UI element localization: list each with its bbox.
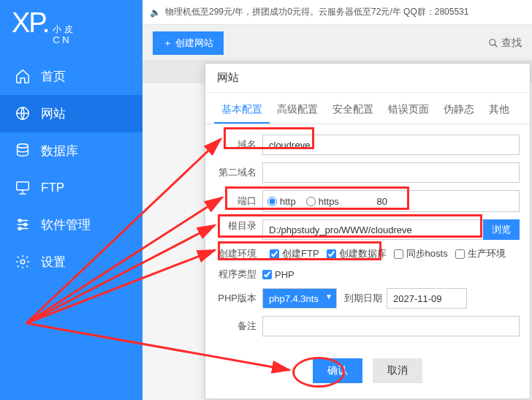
- radio-https[interactable]: https: [306, 196, 339, 207]
- check-ftp[interactable]: 创建FTP: [270, 247, 319, 260]
- logo-main: XP.: [12, 7, 48, 39]
- dialog-tabs: 基本配置 高级配置 安全配置 错误页面 伪静态 其他: [205, 93, 530, 124]
- tab-pseudo[interactable]: 伪静态: [436, 97, 482, 124]
- svg-point-1: [18, 144, 28, 148]
- svg-point-6: [20, 260, 25, 265]
- promo-text: 物理机低至299元/年，拼团成功0元得。云服务器低至72元/年 QQ群：2805…: [165, 6, 468, 18]
- create-website-label: 创建网站: [175, 37, 213, 50]
- row-rootdir: 根目录 浏览: [216, 219, 520, 240]
- create-website-button[interactable]: ＋ 创建网站: [153, 31, 224, 55]
- domain-input[interactable]: [262, 135, 520, 155]
- toolbar: ＋ 创建网站 查找: [142, 25, 532, 61]
- row-second-domain: 第二域名: [216, 162, 520, 183]
- row-program-type: 程序类型 PHP: [216, 268, 520, 281]
- label-rootdir: 根目录: [216, 219, 262, 240]
- sidebar-item-label: 数据库: [41, 143, 78, 159]
- check-prod[interactable]: 生产环境: [455, 247, 506, 260]
- browse-button[interactable]: 浏览: [483, 219, 520, 240]
- sidebar-item-settings[interactable]: 设置: [0, 244, 142, 281]
- remark-input[interactable]: [262, 316, 520, 336]
- check-hosts[interactable]: 同步hosts: [394, 247, 448, 260]
- port-box: http https: [262, 190, 520, 212]
- row-phpver: PHP版本 php7.4.3nts 到期日期: [216, 288, 520, 309]
- database-icon: [15, 143, 31, 159]
- sidebar-item-ftp[interactable]: FTP: [0, 170, 142, 206]
- expires-input[interactable]: [387, 288, 467, 309]
- label-remark: 备注: [216, 320, 262, 333]
- rootdir-input[interactable]: [262, 219, 483, 240]
- label-program-type: 程序类型: [216, 268, 262, 281]
- ftp-icon: [15, 180, 31, 196]
- search-button[interactable]: 查找: [488, 37, 522, 50]
- plus-icon: ＋: [163, 37, 172, 50]
- label-port: 端口: [216, 195, 262, 208]
- logo: XP. 小 皮 C N: [0, 0, 142, 58]
- topbar: 🔈 物理机低至299元/年，拼团成功0元得。云服务器低至72元/年 QQ群：28…: [142, 0, 532, 25]
- sidebar-item-software[interactable]: 软件管理: [0, 206, 142, 244]
- label-expires: 到期日期: [344, 292, 382, 305]
- sidebar: XP. 小 皮 C N 首页 网站 数据库 FTP 软件管理 设置: [0, 0, 142, 400]
- tab-other[interactable]: 其他: [482, 97, 517, 124]
- check-db[interactable]: 创建数据库: [327, 247, 387, 260]
- tab-security[interactable]: 安全配置: [325, 97, 381, 124]
- label-domain: 域名: [216, 138, 262, 151]
- sidebar-item-label: 首页: [41, 68, 66, 85]
- sidebar-item-label: 设置: [41, 254, 66, 271]
- sidebar-item-database[interactable]: 数据库: [0, 132, 142, 170]
- speaker-icon: 🔈: [150, 7, 161, 18]
- second-domain-input[interactable]: [262, 162, 520, 183]
- gear-icon: [15, 254, 31, 270]
- globe-icon: [15, 105, 31, 121]
- tab-errorpage[interactable]: 错误页面: [381, 97, 436, 124]
- label-second-domain: 第二域名: [216, 166, 262, 179]
- search-icon: [488, 38, 498, 48]
- label-phpver: PHP版本: [216, 292, 262, 305]
- label-env: 创建环境: [216, 247, 262, 260]
- phpver-select[interactable]: php7.4.3nts: [262, 288, 337, 309]
- dialog-title: 网站: [205, 64, 530, 93]
- svg-point-7: [490, 39, 495, 45]
- search-label: 查找: [501, 37, 522, 50]
- sidebar-item-home[interactable]: 首页: [0, 58, 142, 95]
- cancel-button[interactable]: 取消: [373, 358, 422, 383]
- row-remark: 备注: [216, 316, 520, 336]
- svg-rect-2: [17, 182, 29, 190]
- sidebar-item-website[interactable]: 网站: [0, 95, 142, 132]
- sidebar-item-label: FTP: [41, 181, 64, 195]
- row-env: 创建环境 创建FTP 创建数据库 同步hosts 生产环境: [216, 247, 520, 260]
- row-port: 端口 http https: [216, 190, 520, 212]
- port-input[interactable]: [349, 191, 393, 211]
- radio-http[interactable]: http: [267, 196, 296, 207]
- tab-advanced[interactable]: 高级配置: [270, 97, 325, 124]
- logo-sub: 小 皮 C N: [53, 24, 72, 46]
- phpver-select-wrap: php7.4.3nts: [262, 288, 337, 309]
- tab-basic[interactable]: 基本配置: [214, 97, 270, 124]
- row-domain: 域名: [216, 135, 520, 155]
- settings-icon: [15, 216, 31, 233]
- website-dialog: 网站 基本配置 高级配置 安全配置 错误页面 伪静态 其他 域名 第二域名 端口…: [205, 63, 531, 399]
- sidebar-item-label: 网站: [41, 105, 66, 122]
- ok-button[interactable]: 确认: [313, 358, 362, 383]
- home-icon: [15, 68, 31, 84]
- check-php[interactable]: PHP: [262, 269, 294, 280]
- dialog-footer: 确认 取消: [205, 350, 530, 388]
- sidebar-item-label: 软件管理: [41, 216, 91, 233]
- dialog-form: 域名 第二域名 端口 http https 根目录 浏览 创建环境 创建FTP …: [205, 124, 530, 350]
